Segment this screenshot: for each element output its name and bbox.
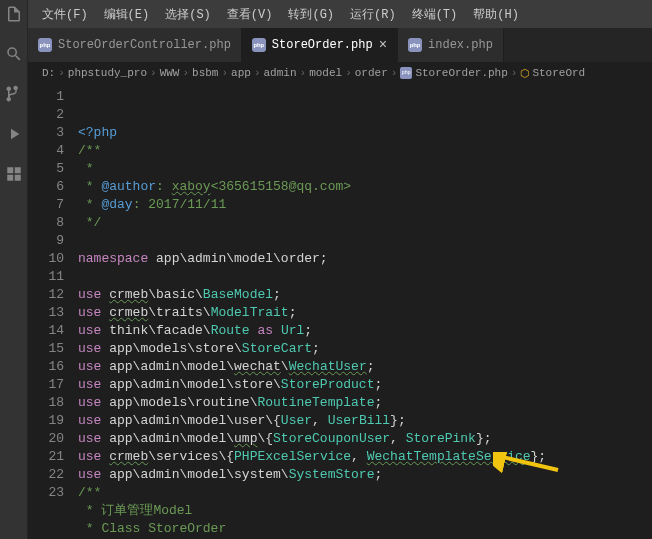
source-control-icon[interactable] xyxy=(5,85,23,107)
menu-view[interactable]: 查看(V) xyxy=(221,4,279,25)
tab-item-active[interactable]: php StoreOrder.php × xyxy=(242,28,398,62)
code-line[interactable]: /** xyxy=(78,142,652,160)
menu-help[interactable]: 帮助(H) xyxy=(467,4,525,25)
main-panel: 文件(F) 编辑(E) 选择(S) 查看(V) 转到(G) 运行(R) 终端(T… xyxy=(28,0,652,539)
root: 文件(F) 编辑(E) 选择(S) 查看(V) 转到(G) 运行(R) 终端(T… xyxy=(0,0,652,539)
line-number: 3 xyxy=(28,124,64,142)
line-number: 22 xyxy=(28,466,64,484)
line-number: 5 xyxy=(28,160,64,178)
code-line[interactable]: use app\admin\model\system\SystemStore; xyxy=(78,466,652,484)
line-number: 13 xyxy=(28,304,64,322)
code-line[interactable]: use app\models\store\StoreCart; xyxy=(78,340,652,358)
code-line[interactable]: * Class StoreOrder xyxy=(78,520,652,538)
tab-bar: php StoreOrderController.php php StoreOr… xyxy=(28,28,652,62)
line-gutter: 1234567891011121314151617181920212223 xyxy=(28,84,78,539)
line-number: 15 xyxy=(28,340,64,358)
menu-file[interactable]: 文件(F) xyxy=(36,4,94,25)
menu-run[interactable]: 运行(R) xyxy=(344,4,402,25)
tab-label: index.php xyxy=(428,38,493,52)
extensions-icon[interactable] xyxy=(5,165,23,187)
code-line[interactable]: /** xyxy=(78,484,652,502)
editor[interactable]: 1234567891011121314151617181920212223 <?… xyxy=(28,84,652,539)
line-number: 8 xyxy=(28,214,64,232)
bc-drive: D: xyxy=(42,67,55,79)
code-line[interactable]: * 订单管理Model xyxy=(78,502,652,520)
line-number: 6 xyxy=(28,178,64,196)
code-line[interactable]: use app\admin\model\user\{User, UserBill… xyxy=(78,412,652,430)
code-line[interactable]: use app\models\routine\RoutineTemplate; xyxy=(78,394,652,412)
line-number: 23 xyxy=(28,484,64,502)
line-number: 4 xyxy=(28,142,64,160)
menu-terminal[interactable]: 终端(T) xyxy=(406,4,464,25)
line-number: 21 xyxy=(28,448,64,466)
code-line[interactable]: namespace app\admin\model\order; xyxy=(78,250,652,268)
code-line[interactable]: use app\admin\model\store\StoreProduct; xyxy=(78,376,652,394)
php-icon: php xyxy=(252,38,266,52)
activity-bar xyxy=(0,0,28,539)
tab-item[interactable]: php StoreOrderController.php xyxy=(28,28,242,62)
code-line[interactable]: <?php xyxy=(78,124,652,142)
tab-label: StoreOrderController.php xyxy=(58,38,231,52)
line-number: 7 xyxy=(28,196,64,214)
code-line[interactable]: use crmeb\services\{PHPExcelService, Wec… xyxy=(78,448,652,466)
tab-item[interactable]: php index.php xyxy=(398,28,504,62)
code-line[interactable] xyxy=(78,268,652,286)
line-number: 19 xyxy=(28,412,64,430)
php-icon: php xyxy=(38,38,52,52)
line-number: 9 xyxy=(28,232,64,250)
code-line[interactable]: use app\admin\model\ump\{StoreCouponUser… xyxy=(78,430,652,448)
code-area[interactable]: <?php/** * * @author: xaboy<365615158@qq… xyxy=(78,84,652,539)
line-number: 16 xyxy=(28,358,64,376)
menu-edit[interactable]: 编辑(E) xyxy=(98,4,156,25)
line-number: 14 xyxy=(28,322,64,340)
search-icon[interactable] xyxy=(5,45,23,67)
line-number: 17 xyxy=(28,376,64,394)
php-icon: php xyxy=(400,67,412,79)
code-line[interactable]: use crmeb\basic\BaseModel; xyxy=(78,286,652,304)
debug-icon[interactable] xyxy=(5,125,23,147)
class-icon: ⬡ xyxy=(520,67,530,80)
code-line[interactable]: * @day: 2017/11/11 xyxy=(78,196,652,214)
line-number: 18 xyxy=(28,394,64,412)
line-number: 1 xyxy=(28,88,64,106)
breadcrumb[interactable]: D: › phpstudy_pro› WWW› bsbm› app› admin… xyxy=(28,62,652,84)
line-number: 2 xyxy=(28,106,64,124)
line-number: 10 xyxy=(28,250,64,268)
line-number: 11 xyxy=(28,268,64,286)
menubar: 文件(F) 编辑(E) 选择(S) 查看(V) 转到(G) 运行(R) 终端(T… xyxy=(28,0,652,28)
menu-go[interactable]: 转到(G) xyxy=(282,4,340,25)
code-line[interactable]: use app\admin\model\wechat\WechatUser; xyxy=(78,358,652,376)
close-icon[interactable]: × xyxy=(379,37,387,53)
code-line[interactable]: * @author: xaboy<365615158@qq.com> xyxy=(78,178,652,196)
chevron-right-icon: › xyxy=(58,67,65,79)
menu-selection[interactable]: 选择(S) xyxy=(159,4,217,25)
php-icon: php xyxy=(408,38,422,52)
line-number: 12 xyxy=(28,286,64,304)
files-icon[interactable] xyxy=(5,5,23,27)
code-line[interactable]: * xyxy=(78,160,652,178)
code-line[interactable]: use crmeb\traits\ModelTrait; xyxy=(78,304,652,322)
tab-label: StoreOrder.php xyxy=(272,38,373,52)
line-number: 20 xyxy=(28,430,64,448)
code-line[interactable] xyxy=(78,232,652,250)
code-line[interactable]: use think\facade\Route as Url; xyxy=(78,322,652,340)
code-line[interactable]: */ xyxy=(78,214,652,232)
